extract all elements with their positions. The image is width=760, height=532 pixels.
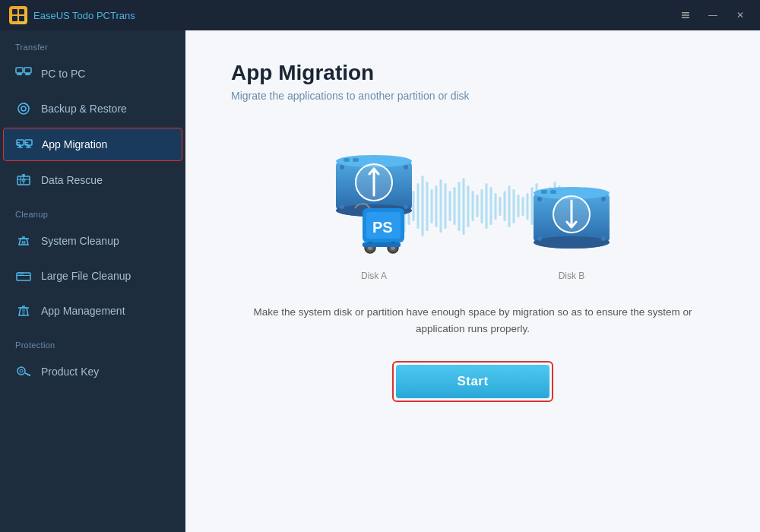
- app-management-label: App Management: [41, 305, 125, 317]
- svg-point-45: [17, 367, 25, 375]
- disk-a-label: Disk A: [361, 271, 387, 281]
- svg-point-78: [537, 197, 542, 201]
- svg-rect-69: [363, 242, 401, 247]
- svg-rect-9: [17, 74, 22, 76]
- disk-a-container: PS Disk A: [321, 131, 427, 281]
- content-header: App Migration Migrate the applications t…: [231, 61, 714, 102]
- svg-rect-4: [682, 12, 689, 14]
- svg-rect-54: [353, 158, 359, 162]
- pc-to-pc-label: PC to PC: [41, 68, 85, 80]
- cart-svg: PS: [351, 201, 420, 261]
- svg-rect-53: [344, 158, 350, 162]
- start-button[interactable]: Start: [396, 365, 549, 398]
- data-rescue-icon: [15, 172, 32, 188]
- svg-line-36: [25, 241, 26, 244]
- svg-rect-74: [550, 190, 556, 194]
- svg-rect-1: [19, 9, 24, 14]
- sidebar-item-app-migration[interactable]: App Migration: [3, 128, 182, 161]
- app-management-icon: [15, 302, 32, 319]
- backup-restore-icon: [15, 100, 32, 117]
- svg-rect-20: [26, 147, 31, 148]
- large-file-cleanup-label: Large File Cleanup: [41, 270, 131, 282]
- disk-b-container: Disk B: [518, 163, 625, 281]
- content-title: App Migration: [231, 61, 714, 85]
- svg-rect-3: [19, 16, 24, 21]
- svg-rect-23: [25, 142, 28, 143]
- content-area: App Migration Migrate the applications t…: [185, 30, 760, 532]
- disk-b-svg: [518, 163, 625, 261]
- svg-point-77: [534, 236, 610, 249]
- svg-rect-11: [26, 73, 30, 74]
- minimize-button[interactable]: —: [702, 7, 724, 24]
- svg-line-49: [29, 375, 30, 376]
- product-key-icon: [15, 363, 32, 380]
- close-button[interactable]: ✕: [730, 7, 751, 24]
- app-migration-icon: [16, 136, 33, 153]
- svg-rect-12: [25, 74, 30, 76]
- svg-point-81: [601, 236, 606, 241]
- protection-section-label: Protection: [0, 328, 185, 354]
- svg-rect-22: [17, 144, 20, 144]
- svg-rect-0: [12, 9, 17, 14]
- start-button-wrapper: Start: [392, 361, 553, 402]
- backup-restore-label: Backup & Restore: [41, 103, 127, 115]
- menu-button[interactable]: [675, 7, 696, 24]
- svg-rect-16: [19, 145, 21, 147]
- svg-text:GB: GB: [18, 271, 24, 276]
- svg-line-48: [27, 374, 28, 375]
- titlebar-controls: — ✕: [675, 7, 751, 24]
- svg-point-60: [340, 204, 344, 209]
- cleanup-section-label: Cleanup: [0, 198, 185, 223]
- app-logo: [9, 6, 27, 24]
- sidebar-item-data-rescue[interactable]: Data Rescue: [0, 163, 185, 198]
- svg-rect-7: [16, 68, 23, 73]
- svg-rect-5: [682, 14, 689, 16]
- sidebar-item-backup-restore[interactable]: Backup & Restore: [0, 91, 185, 126]
- svg-rect-17: [17, 147, 23, 148]
- app-migration-label: App Migration: [42, 138, 107, 150]
- svg-line-34: [22, 241, 23, 244]
- titlebar: EaseUS Todo PCTrans — ✕: [0, 0, 760, 30]
- content-description: Make the system disk or partition have e…: [252, 304, 693, 337]
- svg-rect-73: [541, 190, 547, 194]
- large-file-cleanup-icon: GB: [15, 268, 32, 284]
- data-rescue-label: Data Rescue: [41, 174, 103, 186]
- illustration: PS Disk A: [231, 131, 714, 281]
- svg-rect-24: [25, 144, 28, 144]
- svg-point-58: [340, 165, 344, 169]
- pc-to-pc-icon: [15, 65, 32, 82]
- content-subtitle: Migrate the applications to another part…: [231, 90, 714, 102]
- svg-rect-10: [24, 68, 31, 73]
- svg-point-80: [537, 236, 542, 241]
- sidebar: Transfer PC to PC: [0, 30, 185, 532]
- system-cleanup-label: System Cleanup: [41, 235, 119, 247]
- sidebar-item-app-management[interactable]: App Management: [0, 293, 185, 328]
- svg-point-46: [20, 369, 23, 372]
- titlebar-title: EaseUS Todo PCTrans: [33, 10, 135, 21]
- svg-point-79: [601, 197, 606, 201]
- system-cleanup-icon: [15, 233, 32, 249]
- svg-text:PS: PS: [372, 219, 393, 236]
- sidebar-item-pc-to-pc[interactable]: PC to PC: [0, 56, 185, 91]
- svg-point-59: [404, 165, 408, 169]
- sidebar-item-system-cleanup[interactable]: System Cleanup: [0, 223, 185, 258]
- product-key-label: Product Key: [41, 366, 99, 378]
- main-layout: Transfer PC to PC: [0, 30, 760, 532]
- sidebar-item-product-key[interactable]: Product Key: [0, 354, 185, 389]
- disk-b: [518, 163, 625, 264]
- transfer-section-label: Transfer: [0, 30, 185, 56]
- svg-rect-2: [12, 16, 17, 21]
- titlebar-left: EaseUS Todo PCTrans: [9, 6, 135, 24]
- svg-point-14: [21, 106, 26, 111]
- svg-rect-6: [682, 17, 689, 19]
- svg-rect-21: [17, 142, 20, 143]
- sidebar-item-large-file-cleanup[interactable]: GB Large File Cleanup: [0, 258, 185, 293]
- svg-rect-8: [17, 73, 21, 74]
- svg-rect-19: [27, 145, 30, 147]
- disk-b-label: Disk B: [559, 271, 585, 281]
